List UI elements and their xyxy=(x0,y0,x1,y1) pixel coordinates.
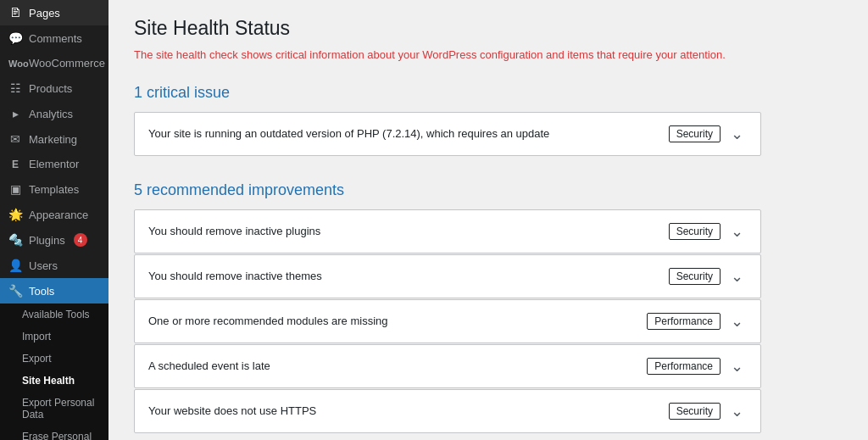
recommended-issue-expand-button-0[interactable]: ⌄ xyxy=(727,222,747,241)
users-icon: 👤 xyxy=(8,259,22,272)
submenu-erase-personal-data[interactable]: Erase Personal Data xyxy=(0,426,108,440)
recommended-issue-card-0: You should remove inactive plugins Secur… xyxy=(134,209,761,253)
critical-issue-row: Your site is running an outdated version… xyxy=(135,113,760,155)
critical-issue-card: Your site is running an outdated version… xyxy=(134,112,761,156)
critical-issue-tag: Security xyxy=(669,125,721,142)
sidebar-item-products[interactable]: ☷ Products xyxy=(0,75,108,101)
sidebar-item-woocommerce[interactable]: Woo WooCommerce xyxy=(0,51,108,75)
submenu-export[interactable]: Export xyxy=(0,348,108,370)
recommended-issue-text-3: A scheduled event is late xyxy=(148,359,647,372)
tools-icon: 🔧 xyxy=(8,284,22,298)
recommended-issue-expand-button-3[interactable]: ⌄ xyxy=(727,357,747,376)
plugins-icon: 🔩 xyxy=(8,233,22,247)
recommended-issue-expand-button-4[interactable]: ⌄ xyxy=(727,402,747,421)
submenu-site-health[interactable]: Site Health xyxy=(0,370,108,392)
sidebar-item-plugins[interactable]: 🔩 Plugins 4 xyxy=(0,227,108,253)
critical-issue-text: Your site is running an outdated version… xyxy=(148,127,669,140)
sidebar: 🖹 Pages 💬 Comments Woo WooCommerce ☷ Pro… xyxy=(0,0,108,440)
recommended-issue-text-1: You should remove inactive themes xyxy=(148,270,669,282)
recommended-issue-tag-2: Performance xyxy=(647,313,721,330)
main-content: Site Health Status The site health check… xyxy=(108,0,868,440)
page-subtitle: The site health check shows critical inf… xyxy=(134,47,761,64)
marketing-icon: ✉ xyxy=(8,132,22,146)
recommended-issue-card-2: One or more recommended modules are miss… xyxy=(134,299,761,343)
comments-icon: 💬 xyxy=(8,31,22,45)
sidebar-item-users[interactable]: 👤 Users xyxy=(0,253,108,278)
recommended-issue-text-2: One or more recommended modules are miss… xyxy=(148,315,647,327)
critical-section: 1 critical issue Your site is running an… xyxy=(134,84,761,156)
recommended-issue-tag-0: Security xyxy=(669,223,721,240)
submenu-export-personal-data[interactable]: Export Personal Data xyxy=(0,392,108,426)
recommended-issue-tag-4: Security xyxy=(669,403,721,420)
recommended-issue-tag-1: Security xyxy=(669,268,721,285)
sidebar-item-elementor[interactable]: E Elementor xyxy=(0,152,108,176)
analytics-icon: ▸ xyxy=(8,107,22,120)
recommended-issue-card-4: Your website does not use HTTPS Security… xyxy=(134,389,761,433)
sidebar-item-pages[interactable]: 🖹 Pages xyxy=(0,0,108,25)
recommended-issue-card-3: A scheduled event is late Performance ⌄ xyxy=(134,344,761,388)
sidebar-item-tools[interactable]: 🔧 Tools xyxy=(0,278,108,304)
templates-icon: ▣ xyxy=(8,182,22,196)
pages-icon: 🖹 xyxy=(8,6,22,19)
submenu-available-tools[interactable]: Available Tools xyxy=(0,304,108,326)
elementor-icon: E xyxy=(8,159,22,170)
recommended-issue-expand-button-2[interactable]: ⌄ xyxy=(727,312,747,331)
recommended-heading: 5 recommended improvements xyxy=(134,181,761,199)
page-title: Site Health Status xyxy=(134,17,761,40)
recommended-issue-card-1: You should remove inactive themes Securi… xyxy=(134,254,761,298)
critical-heading: 1 critical issue xyxy=(134,84,761,102)
recommended-issue-text-0: You should remove inactive plugins xyxy=(148,225,669,237)
recommended-section: 5 recommended improvements You should re… xyxy=(134,181,761,433)
recommended-issue-expand-button-1[interactable]: ⌄ xyxy=(727,267,747,286)
sidebar-item-analytics[interactable]: ▸ Analytics xyxy=(0,101,108,126)
sidebar-item-templates[interactable]: ▣ Templates xyxy=(0,176,108,202)
woocommerce-icon: Woo xyxy=(8,58,22,69)
plugins-badge: 4 xyxy=(74,233,87,247)
critical-issue-right: Security ⌄ xyxy=(669,125,747,143)
critical-issue-expand-button[interactable]: ⌄ xyxy=(727,125,747,143)
submenu-import[interactable]: Import xyxy=(0,326,108,348)
tools-submenu: Available Tools Import Export Site Healt… xyxy=(0,304,108,440)
appearance-icon: 🌟 xyxy=(8,208,22,221)
recommended-issue-text-4: Your website does not use HTTPS xyxy=(148,404,669,417)
recommended-issue-tag-3: Performance xyxy=(647,358,721,375)
products-icon: ☷ xyxy=(8,81,22,95)
sidebar-item-comments[interactable]: 💬 Comments xyxy=(0,25,108,51)
sidebar-item-marketing[interactable]: ✉ Marketing xyxy=(0,126,108,152)
sidebar-item-appearance[interactable]: 🌟 Appearance xyxy=(0,202,108,227)
